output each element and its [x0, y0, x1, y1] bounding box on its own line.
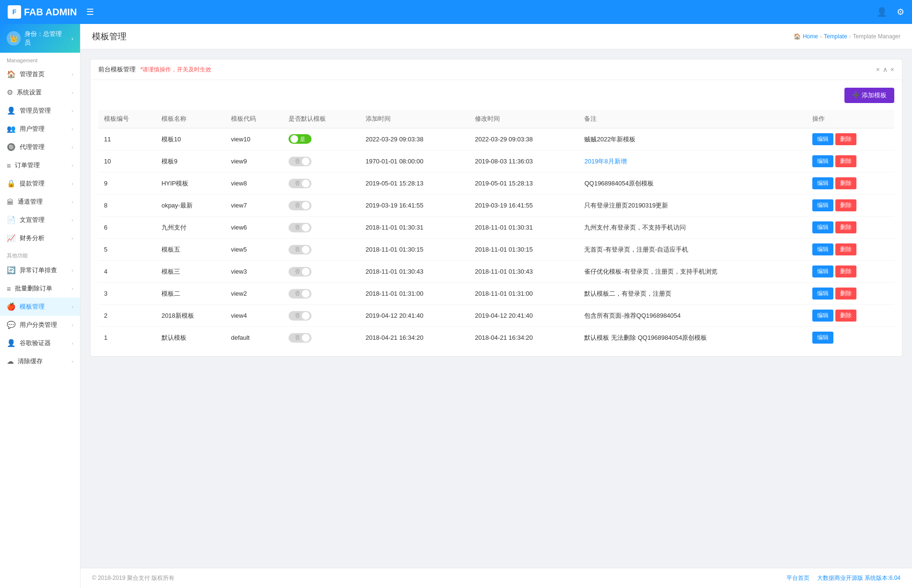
- sidebar-item-clear-cache[interactable]: ☁ 清除缓存 ›: [0, 352, 80, 370]
- sidebar-item-withdraw[interactable]: 🔒 提款管理 ›: [0, 174, 80, 193]
- action-buttons: 编辑删除: [812, 133, 889, 145]
- table-row: 11模板10view10是2022-03-29 09:03:382022-03-…: [98, 128, 894, 150]
- sidebar-item-channels[interactable]: 🏛 通道管理 ›: [0, 193, 80, 211]
- action-buttons: 编辑删除: [812, 288, 889, 300]
- delete-button[interactable]: 删除: [835, 243, 856, 255]
- sidebar-item-admin[interactable]: 👤 管理员管理 ›: [0, 102, 80, 120]
- panel-collapse-icon[interactable]: ∧: [883, 66, 888, 73]
- col-name: 模板名称: [156, 110, 225, 128]
- sidebar-item-google-verify[interactable]: 👤 谷歌验证器 ›: [0, 334, 80, 352]
- finance-icon: 📈: [7, 234, 16, 242]
- sidebar: 👑 身份：总管理员 › Management 🏠 管理首页 › ⚙ 系统设置 ›…: [0, 24, 81, 588]
- panel-minimize-icon[interactable]: ×: [876, 66, 880, 73]
- sidebar-item-finance[interactable]: 📈 财务分析 ›: [0, 229, 80, 247]
- settings-icon[interactable]: ⚙: [897, 7, 904, 17]
- edit-button[interactable]: 编辑: [812, 177, 833, 189]
- delete-button[interactable]: 删除: [835, 310, 856, 322]
- sidebar-item-home[interactable]: 🏠 管理首页 ›: [0, 65, 80, 83]
- user-role-banner[interactable]: 👑 身份：总管理员 ›: [0, 24, 80, 53]
- edit-button[interactable]: 编辑: [812, 265, 833, 277]
- panel-close-icon[interactable]: ×: [890, 66, 894, 73]
- sidebar-item-agents[interactable]: 🔘 代理管理 ›: [0, 138, 80, 156]
- table-row: 6九州支付view6否2018-11-01 01:30:312018-11-01…: [98, 217, 894, 239]
- toggle-off[interactable]: 否: [289, 289, 312, 299]
- sidebar-agents-label: 代理管理: [20, 143, 45, 151]
- edit-button[interactable]: 编辑: [812, 199, 833, 211]
- sidebar-users-label: 用户管理: [20, 125, 45, 133]
- sidebar-item-content[interactable]: 📄 文宣管理 ›: [0, 211, 80, 229]
- toggle-off[interactable]: 否: [289, 223, 312, 232]
- edit-button[interactable]: 编辑: [812, 133, 833, 145]
- cell-actions: 编辑删除: [807, 305, 894, 327]
- delete-button[interactable]: 删除: [835, 199, 856, 211]
- cell-actions: 编辑: [807, 327, 894, 349]
- hamburger-button[interactable]: ☰: [86, 7, 94, 17]
- add-template-button[interactable]: ➕ 添加模板: [844, 88, 894, 103]
- settings-sidebar-icon: ⚙: [7, 88, 13, 97]
- toggle-off[interactable]: 否: [289, 179, 312, 188]
- toggle-off[interactable]: 否: [289, 157, 312, 166]
- edit-button[interactable]: 编辑: [812, 221, 833, 233]
- sidebar-user-cat-label: 用户分类管理: [20, 321, 57, 329]
- sidebar-item-orders[interactable]: ≡ 订单管理 ›: [0, 156, 80, 174]
- footer-copyright: © 2018-2019 聚合支付 版权所有: [92, 574, 174, 582]
- edit-button[interactable]: 编辑: [812, 288, 833, 300]
- batch-chevron: ›: [71, 286, 73, 291]
- sidebar-admin-label: 管理员管理: [20, 106, 51, 115]
- delete-button[interactable]: 删除: [835, 133, 856, 145]
- toggle-on[interactable]: 是: [289, 134, 312, 144]
- table-row: 5模板五view5否2018-11-01 01:30:152018-11-01 …: [98, 239, 894, 261]
- edit-button[interactable]: 编辑: [812, 332, 833, 344]
- cell-actions: 编辑删除: [807, 195, 894, 217]
- edit-button[interactable]: 编辑: [812, 243, 833, 255]
- role-chevron-icon: ›: [71, 35, 73, 42]
- sidebar-item-users[interactable]: 👥 用户管理 ›: [0, 120, 80, 138]
- toggle-off[interactable]: 否: [289, 333, 312, 343]
- toggle-off[interactable]: 否: [289, 245, 312, 254]
- delete-button[interactable]: 删除: [835, 288, 856, 300]
- toggle-off[interactable]: 否: [289, 311, 312, 321]
- edit-button[interactable]: 编辑: [812, 310, 833, 322]
- orders-icon: ≡: [7, 161, 11, 170]
- channels-icon: 🏛: [7, 198, 14, 206]
- delete-button[interactable]: 删除: [835, 265, 856, 277]
- admin-chevron: ›: [71, 108, 73, 114]
- settings-chevron: ›: [71, 90, 73, 95]
- footer-home-link[interactable]: 平台首页: [786, 574, 809, 582]
- cell-default: 否: [283, 195, 360, 217]
- action-buttons: 编辑删除: [812, 199, 889, 211]
- delete-button[interactable]: 删除: [835, 177, 856, 189]
- cell-add-time: 2019-03-19 16:41:55: [360, 195, 469, 217]
- sidebar-item-template-mgmt[interactable]: 🍎 模板管理 ›: [0, 298, 80, 316]
- cell-mod-time: 2019-04-12 20:41:40: [469, 305, 578, 327]
- cell-name: 模板三: [156, 261, 225, 283]
- breadcrumb-template-link[interactable]: Template: [824, 33, 847, 40]
- toggle-off[interactable]: 否: [289, 201, 312, 210]
- sidebar-item-batch-delete[interactable]: ≡ 批量删除订单 ›: [0, 279, 80, 298]
- top-navigation: F FAB ADMIN ☰ 👤 ⚙: [0, 0, 912, 24]
- cell-actions: 编辑删除: [807, 217, 894, 239]
- sidebar-item-user-categories[interactable]: 💬 用户分类管理 ›: [0, 316, 80, 334]
- toggle-off[interactable]: 否: [289, 267, 312, 277]
- cell-default: 否: [283, 173, 360, 195]
- footer-version-link[interactable]: 大数据商业开源版 系统版本:6.04: [817, 574, 900, 582]
- sidebar-item-abnormal-orders[interactable]: 🔄 异常订单排查 ›: [0, 261, 80, 279]
- agents-icon: 🔘: [7, 143, 16, 151]
- delete-button[interactable]: 删除: [835, 221, 856, 233]
- cell-add-time: 1970-01-01 08:00:00: [360, 150, 469, 173]
- cell-note: 默认模板 无法删除 QQ1968984054原创模板: [578, 327, 806, 349]
- table-row: 9HYIP模板view8否2019-05-01 15:28:132019-05-…: [98, 173, 894, 195]
- cell-actions: 编辑删除: [807, 150, 894, 173]
- breadcrumb-home-link[interactable]: Home: [803, 33, 818, 40]
- template-chevron: ›: [71, 304, 73, 310]
- edit-button[interactable]: 编辑: [812, 155, 833, 167]
- user-icon[interactable]: 👤: [877, 7, 887, 17]
- logo-text: FAB ADMIN: [24, 7, 77, 18]
- users-chevron: ›: [71, 126, 73, 132]
- sidebar-item-settings[interactable]: ⚙ 系统设置 ›: [0, 83, 80, 102]
- cell-mod-time: 2018-11-01 01:30:31: [469, 217, 578, 239]
- delete-button[interactable]: 删除: [835, 155, 856, 167]
- table-row: 8okpay-最新view7否2019-03-19 16:41:552019-0…: [98, 195, 894, 217]
- col-id: 模板编号: [98, 110, 156, 128]
- table-row: 10模板9view9否1970-01-01 08:00:002019-08-03…: [98, 150, 894, 173]
